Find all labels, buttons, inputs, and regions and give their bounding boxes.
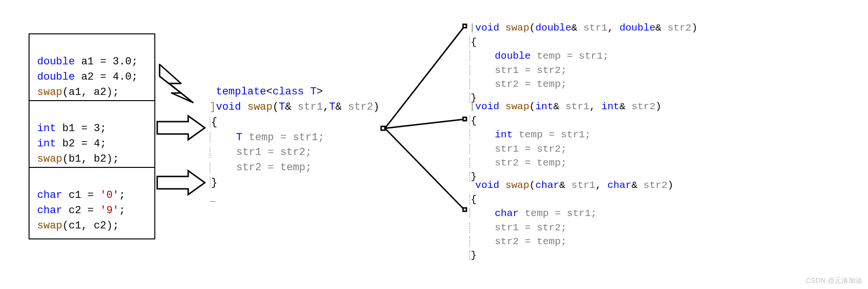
code-text: ) xyxy=(656,101,662,112)
code-text: c1 = xyxy=(62,189,100,201)
usage-box-double: double a1 = 3.0; double a2 = 4.0; swap(a… xyxy=(29,33,155,106)
kw-class: class xyxy=(273,86,304,98)
param-str1: str1 xyxy=(584,22,607,33)
fn-swap: swap xyxy=(37,220,62,232)
assign-line: str1 = str2; xyxy=(495,144,566,155)
code-text: temp = str1; xyxy=(519,208,597,219)
svg-line-2 xyxy=(385,119,464,128)
code-text: > xyxy=(316,86,323,98)
lbrace: { xyxy=(471,115,477,126)
code-text: c2 = xyxy=(62,205,100,217)
code-text: & xyxy=(335,101,348,113)
code-text: , xyxy=(323,101,329,113)
type-char: char xyxy=(535,180,559,191)
svg-rect-6 xyxy=(463,208,466,211)
assign-line: str1 = str2; xyxy=(495,65,566,76)
lightning-arrow-icon xyxy=(160,64,193,103)
type-int: int xyxy=(495,129,513,140)
kw-void: void xyxy=(475,101,499,112)
lbrace: { xyxy=(471,194,477,205)
code-text: (b1, b2); xyxy=(62,153,119,165)
code-text: temp = str1; xyxy=(242,132,324,144)
code-text: & xyxy=(553,101,565,112)
code-text: b2 = 4; xyxy=(56,138,107,150)
code-text: ; xyxy=(119,205,125,217)
code-text: temp = str1; xyxy=(531,51,609,62)
watermark-text: CSDN @元清加油 xyxy=(806,276,862,285)
code-text: ( xyxy=(529,22,535,33)
kw-int: int xyxy=(37,123,56,134)
fanout-lines xyxy=(381,24,466,211)
fn-swap: swap xyxy=(505,180,529,191)
fn-swap: swap xyxy=(505,101,529,112)
kw-int: int xyxy=(37,138,56,150)
code-text: < xyxy=(266,86,273,98)
code-text: ) xyxy=(667,180,674,191)
fn-swap: swap xyxy=(505,22,529,33)
assign-line: str2 = temp; xyxy=(495,236,566,247)
rbrace: } xyxy=(471,250,477,261)
code-text: ( xyxy=(529,180,535,191)
svg-rect-5 xyxy=(463,117,466,121)
type-T: T xyxy=(236,132,242,144)
type-T: T xyxy=(279,101,285,113)
code-text: ) xyxy=(691,22,697,33)
code-text: a1 = 3.0; xyxy=(75,56,138,68)
arrow-icon xyxy=(157,116,205,140)
kw-char: char xyxy=(37,205,62,217)
code-text: & xyxy=(656,22,667,33)
type-int: int xyxy=(601,101,619,112)
param-str2: str2 xyxy=(631,101,655,112)
lbrace: { xyxy=(211,116,217,128)
param-str2: str2 xyxy=(667,22,691,33)
param-str1: str1 xyxy=(571,180,595,191)
usage-box-char: char c1 = '0'; char c2 = '9'; swap(c1, c… xyxy=(29,167,155,239)
assign-line: str2 = temp; xyxy=(236,162,312,174)
assign-line: str1 = str2; xyxy=(236,146,312,158)
rbrace: } xyxy=(211,177,217,189)
code-text: & xyxy=(559,180,571,191)
char-literal: '9' xyxy=(100,205,119,217)
code-text: , xyxy=(589,101,601,112)
code-text: ( xyxy=(273,101,279,113)
param-str1: str1 xyxy=(565,101,589,112)
usage-box-int: int b1 = 3; int b2 = 4; swap(b1, b2); xyxy=(29,100,155,173)
svg-rect-4 xyxy=(463,24,466,28)
code-text: b1 = 3; xyxy=(56,123,107,134)
type-T: T xyxy=(329,101,335,113)
code-text: , xyxy=(595,180,607,191)
type-char: char xyxy=(607,180,631,191)
kw-void: void xyxy=(475,180,499,191)
code-text: ( xyxy=(529,101,535,112)
code-text: a2 = 4.0; xyxy=(75,71,138,83)
type-double: double xyxy=(619,22,656,33)
code-text: , xyxy=(607,22,619,33)
type-T: T xyxy=(304,86,316,98)
kw-void: void xyxy=(475,22,499,33)
param-str2: str2 xyxy=(644,180,667,191)
kw-template: template xyxy=(216,86,266,98)
type-double: double xyxy=(495,51,531,62)
char-literal: '0' xyxy=(100,189,119,201)
svg-rect-0 xyxy=(381,126,385,130)
end-marker: _ xyxy=(210,192,216,204)
kw-double: double xyxy=(37,56,75,68)
kw-void: void xyxy=(216,101,241,113)
code-text: ; xyxy=(119,189,125,201)
param-str2: str2 xyxy=(348,101,373,113)
type-int: int xyxy=(535,101,554,112)
template-code-block: template<class T> ]void swap(T& str1,T& … xyxy=(210,69,379,206)
code-text: & xyxy=(619,101,631,112)
code-text: (a1, a2); xyxy=(62,86,119,98)
svg-line-1 xyxy=(385,26,464,128)
arrow-icon xyxy=(157,171,205,195)
lbrace: { xyxy=(471,37,477,48)
fn-swap: swap xyxy=(37,153,62,165)
kw-double: double xyxy=(37,71,75,83)
assign-line: str1 = str2; xyxy=(495,222,566,233)
fn-swap: swap xyxy=(247,101,273,113)
generated-swap-char: void swap(char& str1, char& str2) { char… xyxy=(469,165,674,263)
param-str1: str1 xyxy=(298,101,323,113)
svg-line-3 xyxy=(385,128,464,210)
code-text: & xyxy=(631,180,643,191)
